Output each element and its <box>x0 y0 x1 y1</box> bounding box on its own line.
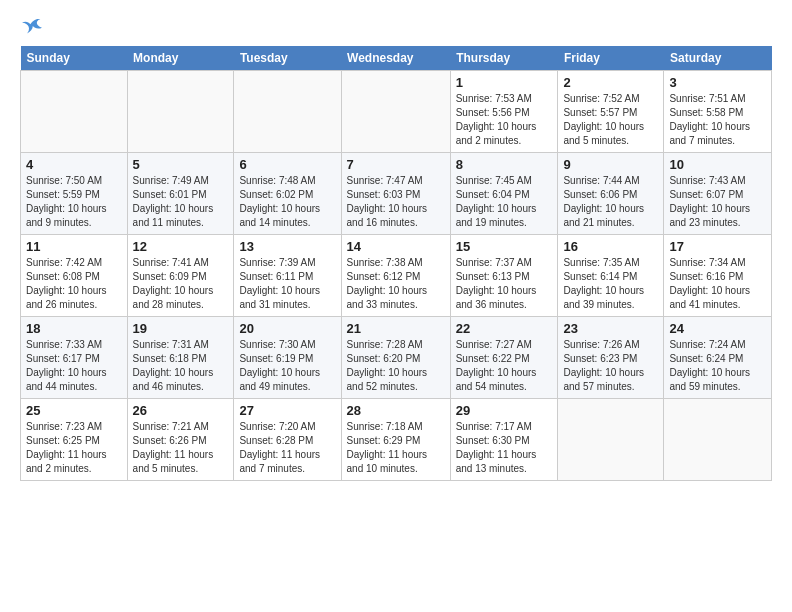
calendar-cell: 11Sunrise: 7:42 AMSunset: 6:08 PMDayligh… <box>21 235 128 317</box>
calendar-cell: 28Sunrise: 7:18 AMSunset: 6:29 PMDayligh… <box>341 399 450 481</box>
calendar-cell: 14Sunrise: 7:38 AMSunset: 6:12 PMDayligh… <box>341 235 450 317</box>
day-info: Sunrise: 7:31 AMSunset: 6:18 PMDaylight:… <box>133 338 229 394</box>
logo-bird-icon <box>22 16 42 36</box>
col-header-sunday: Sunday <box>21 46 128 71</box>
day-info: Sunrise: 7:27 AMSunset: 6:22 PMDaylight:… <box>456 338 553 394</box>
day-info: Sunrise: 7:45 AMSunset: 6:04 PMDaylight:… <box>456 174 553 230</box>
day-number: 8 <box>456 157 553 172</box>
calendar-cell: 8Sunrise: 7:45 AMSunset: 6:04 PMDaylight… <box>450 153 558 235</box>
day-info: Sunrise: 7:39 AMSunset: 6:11 PMDaylight:… <box>239 256 335 312</box>
day-info: Sunrise: 7:38 AMSunset: 6:12 PMDaylight:… <box>347 256 445 312</box>
calendar-cell: 26Sunrise: 7:21 AMSunset: 6:26 PMDayligh… <box>127 399 234 481</box>
calendar-cell: 18Sunrise: 7:33 AMSunset: 6:17 PMDayligh… <box>21 317 128 399</box>
day-number: 16 <box>563 239 658 254</box>
day-number: 27 <box>239 403 335 418</box>
day-info: Sunrise: 7:26 AMSunset: 6:23 PMDaylight:… <box>563 338 658 394</box>
calendar-cell: 1Sunrise: 7:53 AMSunset: 5:56 PMDaylight… <box>450 71 558 153</box>
day-info: Sunrise: 7:52 AMSunset: 5:57 PMDaylight:… <box>563 92 658 148</box>
day-info: Sunrise: 7:21 AMSunset: 6:26 PMDaylight:… <box>133 420 229 476</box>
day-number: 25 <box>26 403 122 418</box>
day-number: 10 <box>669 157 766 172</box>
day-info: Sunrise: 7:28 AMSunset: 6:20 PMDaylight:… <box>347 338 445 394</box>
logo <box>20 16 42 36</box>
calendar-cell <box>664 399 772 481</box>
day-number: 15 <box>456 239 553 254</box>
day-info: Sunrise: 7:24 AMSunset: 6:24 PMDaylight:… <box>669 338 766 394</box>
day-info: Sunrise: 7:48 AMSunset: 6:02 PMDaylight:… <box>239 174 335 230</box>
calendar-cell <box>341 71 450 153</box>
day-number: 21 <box>347 321 445 336</box>
day-info: Sunrise: 7:23 AMSunset: 6:25 PMDaylight:… <box>26 420 122 476</box>
calendar-cell: 13Sunrise: 7:39 AMSunset: 6:11 PMDayligh… <box>234 235 341 317</box>
day-number: 11 <box>26 239 122 254</box>
calendar-cell: 27Sunrise: 7:20 AMSunset: 6:28 PMDayligh… <box>234 399 341 481</box>
day-info: Sunrise: 7:44 AMSunset: 6:06 PMDaylight:… <box>563 174 658 230</box>
day-info: Sunrise: 7:17 AMSunset: 6:30 PMDaylight:… <box>456 420 553 476</box>
calendar-cell: 4Sunrise: 7:50 AMSunset: 5:59 PMDaylight… <box>21 153 128 235</box>
calendar-cell: 3Sunrise: 7:51 AMSunset: 5:58 PMDaylight… <box>664 71 772 153</box>
day-number: 3 <box>669 75 766 90</box>
day-number: 29 <box>456 403 553 418</box>
day-info: Sunrise: 7:50 AMSunset: 5:59 PMDaylight:… <box>26 174 122 230</box>
col-header-tuesday: Tuesday <box>234 46 341 71</box>
day-number: 19 <box>133 321 229 336</box>
calendar-cell: 25Sunrise: 7:23 AMSunset: 6:25 PMDayligh… <box>21 399 128 481</box>
day-info: Sunrise: 7:51 AMSunset: 5:58 PMDaylight:… <box>669 92 766 148</box>
calendar-cell: 20Sunrise: 7:30 AMSunset: 6:19 PMDayligh… <box>234 317 341 399</box>
calendar-cell: 29Sunrise: 7:17 AMSunset: 6:30 PMDayligh… <box>450 399 558 481</box>
day-number: 20 <box>239 321 335 336</box>
day-number: 14 <box>347 239 445 254</box>
col-header-wednesday: Wednesday <box>341 46 450 71</box>
calendar-cell: 9Sunrise: 7:44 AMSunset: 6:06 PMDaylight… <box>558 153 664 235</box>
calendar-cell: 16Sunrise: 7:35 AMSunset: 6:14 PMDayligh… <box>558 235 664 317</box>
calendar-cell <box>127 71 234 153</box>
day-number: 7 <box>347 157 445 172</box>
calendar-cell: 7Sunrise: 7:47 AMSunset: 6:03 PMDaylight… <box>341 153 450 235</box>
calendar-cell: 15Sunrise: 7:37 AMSunset: 6:13 PMDayligh… <box>450 235 558 317</box>
day-number: 6 <box>239 157 335 172</box>
day-number: 5 <box>133 157 229 172</box>
page-header <box>20 16 772 36</box>
day-info: Sunrise: 7:20 AMSunset: 6:28 PMDaylight:… <box>239 420 335 476</box>
calendar-cell: 21Sunrise: 7:28 AMSunset: 6:20 PMDayligh… <box>341 317 450 399</box>
day-number: 22 <box>456 321 553 336</box>
day-number: 2 <box>563 75 658 90</box>
calendar-cell: 24Sunrise: 7:24 AMSunset: 6:24 PMDayligh… <box>664 317 772 399</box>
day-number: 26 <box>133 403 229 418</box>
col-header-thursday: Thursday <box>450 46 558 71</box>
day-info: Sunrise: 7:33 AMSunset: 6:17 PMDaylight:… <box>26 338 122 394</box>
calendar-cell <box>21 71 128 153</box>
calendar-cell: 2Sunrise: 7:52 AMSunset: 5:57 PMDaylight… <box>558 71 664 153</box>
calendar-cell: 12Sunrise: 7:41 AMSunset: 6:09 PMDayligh… <box>127 235 234 317</box>
col-header-monday: Monday <box>127 46 234 71</box>
calendar-cell: 10Sunrise: 7:43 AMSunset: 6:07 PMDayligh… <box>664 153 772 235</box>
calendar-cell: 19Sunrise: 7:31 AMSunset: 6:18 PMDayligh… <box>127 317 234 399</box>
day-info: Sunrise: 7:53 AMSunset: 5:56 PMDaylight:… <box>456 92 553 148</box>
col-header-saturday: Saturday <box>664 46 772 71</box>
day-number: 24 <box>669 321 766 336</box>
day-info: Sunrise: 7:34 AMSunset: 6:16 PMDaylight:… <box>669 256 766 312</box>
day-info: Sunrise: 7:43 AMSunset: 6:07 PMDaylight:… <box>669 174 766 230</box>
day-info: Sunrise: 7:47 AMSunset: 6:03 PMDaylight:… <box>347 174 445 230</box>
day-info: Sunrise: 7:35 AMSunset: 6:14 PMDaylight:… <box>563 256 658 312</box>
day-number: 12 <box>133 239 229 254</box>
day-number: 17 <box>669 239 766 254</box>
day-info: Sunrise: 7:41 AMSunset: 6:09 PMDaylight:… <box>133 256 229 312</box>
calendar-cell <box>234 71 341 153</box>
day-number: 23 <box>563 321 658 336</box>
calendar-cell: 22Sunrise: 7:27 AMSunset: 6:22 PMDayligh… <box>450 317 558 399</box>
day-info: Sunrise: 7:37 AMSunset: 6:13 PMDaylight:… <box>456 256 553 312</box>
col-header-friday: Friday <box>558 46 664 71</box>
calendar-cell <box>558 399 664 481</box>
day-number: 18 <box>26 321 122 336</box>
day-number: 28 <box>347 403 445 418</box>
day-info: Sunrise: 7:49 AMSunset: 6:01 PMDaylight:… <box>133 174 229 230</box>
day-number: 9 <box>563 157 658 172</box>
calendar-cell: 5Sunrise: 7:49 AMSunset: 6:01 PMDaylight… <box>127 153 234 235</box>
day-info: Sunrise: 7:18 AMSunset: 6:29 PMDaylight:… <box>347 420 445 476</box>
calendar-table: SundayMondayTuesdayWednesdayThursdayFrid… <box>20 46 772 481</box>
calendar-cell: 6Sunrise: 7:48 AMSunset: 6:02 PMDaylight… <box>234 153 341 235</box>
day-info: Sunrise: 7:30 AMSunset: 6:19 PMDaylight:… <box>239 338 335 394</box>
calendar-cell: 17Sunrise: 7:34 AMSunset: 6:16 PMDayligh… <box>664 235 772 317</box>
day-number: 1 <box>456 75 553 90</box>
